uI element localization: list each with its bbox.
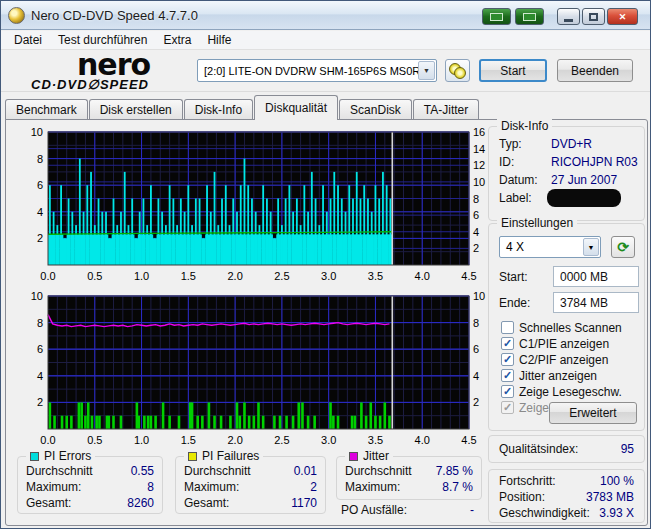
disk-id-value: RICOHJPN R03 <box>551 155 638 169</box>
svg-text:14: 14 <box>473 143 485 155</box>
checkbox-icon <box>501 353 514 366</box>
svg-text:2.5: 2.5 <box>274 270 289 282</box>
drive-select-value: [2:0] LITE-ON DVDRW SHM-165P6S MS0R <box>198 65 418 77</box>
svg-text:8: 8 <box>37 153 43 165</box>
checkbox-label: Jitter anzeigen <box>519 369 597 383</box>
svg-text:0.5: 0.5 <box>87 270 102 282</box>
svg-text:10: 10 <box>31 290 43 302</box>
scan-end-label: Ende: <box>499 296 530 310</box>
checkbox-c2-pif[interactable]: C2/PIF anzeigen <box>501 352 608 367</box>
svg-text:6: 6 <box>37 179 43 191</box>
svg-text:6: 6 <box>473 343 479 355</box>
checkbox-icon <box>501 401 514 414</box>
settings-group: Einstellungen 4 X ▼ ⟳ Start: Ende: Schne… <box>488 223 645 431</box>
checkbox-label: Schnelles Scannen <box>519 321 622 335</box>
svg-text:0.0: 0.0 <box>40 270 55 282</box>
svg-text:16: 16 <box>473 126 485 138</box>
checkbox-show-read-speed[interactable]: Zeige Lesegeschw. <box>501 384 622 399</box>
nero-logo-text: nero <box>31 50 196 80</box>
svg-text:2.0: 2.0 <box>227 434 242 446</box>
scan-end-input[interactable] <box>553 292 639 313</box>
svg-text:2: 2 <box>473 396 479 408</box>
svg-text:3.5: 3.5 <box>368 270 383 282</box>
tab-disk-info[interactable]: Disk-Info <box>184 99 253 120</box>
advanced-button[interactable]: Erweitert <box>549 402 637 424</box>
tab-ta-jitter[interactable]: TA-Jitter <box>413 99 479 120</box>
svg-text:10: 10 <box>473 290 485 302</box>
stat-value: 8.7 % <box>442 480 473 494</box>
tab-disk-erstellen[interactable]: Disk erstellen <box>89 99 183 120</box>
checkbox-c1-pie[interactable]: C1/PIE anzeigen <box>501 336 609 351</box>
save-button[interactable] <box>515 8 544 25</box>
pi-errors-title: PI Errors <box>44 449 91 463</box>
screenshot-button[interactable] <box>482 8 511 25</box>
maximize-button[interactable] <box>582 8 605 25</box>
tab-diskqualitaet[interactable]: Diskqualität <box>254 95 338 120</box>
svg-text:12: 12 <box>473 159 485 171</box>
minimize-button[interactable] <box>557 8 580 25</box>
pi-errors-stats-group: PI Errors Durchschnitt0.55 Maximum:8 Ges… <box>17 456 163 514</box>
eject-disc-button[interactable] <box>445 59 470 82</box>
chevron-down-icon[interactable]: ▼ <box>418 61 435 80</box>
quit-button[interactable]: Beenden <box>557 59 633 82</box>
svg-text:4: 4 <box>473 370 479 382</box>
svg-text:4.0: 4.0 <box>415 434 430 446</box>
disk-icon <box>523 13 536 21</box>
scan-start-label: Start: <box>499 270 528 284</box>
progress-value: 100 % <box>600 474 634 488</box>
chart-icon <box>490 13 503 21</box>
disk-id-label: ID: <box>499 155 514 169</box>
menu-extra[interactable]: Extra <box>156 31 198 49</box>
checkbox-label: C2/PIF anzeigen <box>519 353 608 367</box>
svg-text:6: 6 <box>473 209 479 221</box>
tab-benchmark[interactable]: Benchmark <box>5 99 88 120</box>
speed-select[interactable]: 4 X ▼ <box>499 236 601 258</box>
stat-value: 7.85 % <box>436 464 473 478</box>
disk-type-label: Typ: <box>499 137 522 151</box>
svg-text:4.5: 4.5 <box>461 270 476 282</box>
settings-title: Einstellungen <box>497 216 577 230</box>
position-value: 3783 MB <box>586 490 634 504</box>
svg-text:1.0: 1.0 <box>134 434 149 446</box>
progress-label: Fortschritt: <box>499 474 556 488</box>
title-bar[interactable]: Nero CD-DVD Speed 4.7.7.0 ✕ <box>1 1 651 30</box>
svg-text:1.0: 1.0 <box>134 270 149 282</box>
start-button[interactable]: Start <box>479 59 547 82</box>
scan-start-input[interactable] <box>553 266 639 287</box>
tab-strip: Benchmark Disk erstellen Disk-Info Diskq… <box>5 95 648 120</box>
window-title: Nero CD-DVD Speed 4.7.7.0 <box>31 8 198 23</box>
svg-text:8: 8 <box>37 317 43 329</box>
svg-text:2: 2 <box>37 232 43 244</box>
stat-value: 8260 <box>127 496 154 510</box>
quality-index-group: Qualitätsindex: 95 <box>488 435 645 463</box>
svg-text:0.5: 0.5 <box>87 434 102 446</box>
drive-select[interactable]: [2:0] LITE-ON DVDRW SHM-165P6S MS0R ▼ <box>197 59 437 82</box>
checkbox-label: C1/PIE anzeigen <box>519 337 609 351</box>
menu-datei[interactable]: Datei <box>7 31 49 49</box>
quality-index-label: Qualitätsindex: <box>499 442 578 456</box>
jitter-title: Jitter <box>363 449 389 463</box>
chevron-down-icon[interactable]: ▼ <box>583 238 599 256</box>
menu-hilfe[interactable]: Hilfe <box>200 31 238 49</box>
svg-text:8: 8 <box>473 317 479 329</box>
close-button[interactable]: ✕ <box>607 8 638 25</box>
stat-value: 8 <box>147 480 154 494</box>
svg-text:4: 4 <box>473 226 479 238</box>
stat-label: Durchschnitt <box>184 464 251 478</box>
stat-label: Durchschnitt <box>345 464 412 478</box>
pi-errors-chart: 2468102468101214160.00.51.01.52.02.53.03… <box>9 125 489 285</box>
checkbox-jitter[interactable]: Jitter anzeigen <box>501 368 597 383</box>
pi-errors-legend-icon <box>30 452 39 461</box>
stat-value: 2 <box>310 480 317 494</box>
toolbar: nero CD·DVD∅SPEED [2:0] LITE-ON DVDRW SH… <box>1 50 651 92</box>
disc-icon <box>454 67 466 79</box>
refresh-button[interactable]: ⟳ <box>611 236 635 258</box>
speed-select-value: 4 X <box>500 240 583 254</box>
svg-text:8: 8 <box>473 193 479 205</box>
quality-index-value: 95 <box>621 442 634 456</box>
checkbox-fast-scan[interactable]: Schnelles Scannen <box>501 320 622 335</box>
svg-text:10: 10 <box>31 126 43 138</box>
tab-scandisk[interactable]: ScanDisk <box>339 99 412 120</box>
po-failures-label: PO Ausfälle: <box>341 503 407 517</box>
app-window: Nero CD-DVD Speed 4.7.7.0 ✕ Datei Test d… <box>0 0 651 529</box>
